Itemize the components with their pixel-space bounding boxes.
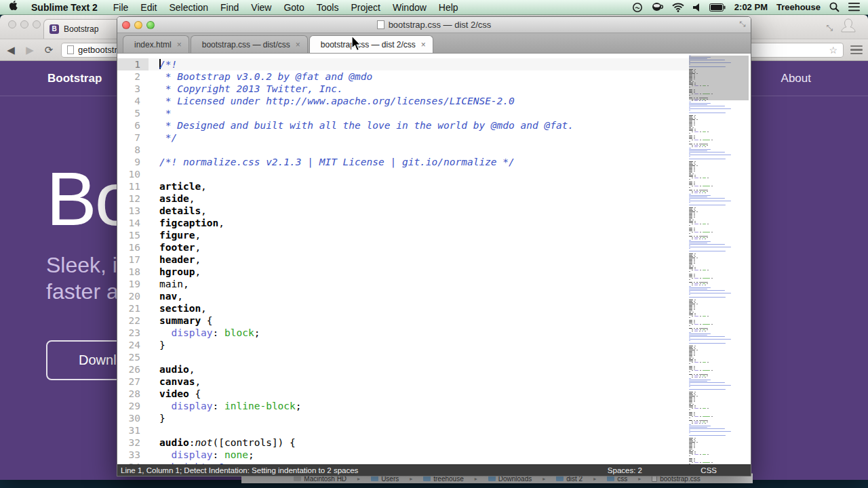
code-line-10[interactable]: 10 (117, 168, 689, 180)
code-line-2[interactable]: 2 * Bootstrap v3.0.2 by @fat and @mdo (117, 70, 689, 83)
minimap-line (689, 211, 749, 212)
sublime-titlebar[interactable]: bootstrap.css — dist 2/css ⤡ (117, 17, 751, 33)
minimap-line (689, 436, 749, 437)
volume-icon[interactable] (693, 3, 701, 12)
statusbar-indentation[interactable]: Spaces: 2 (608, 466, 642, 474)
code-token: : (213, 401, 224, 411)
bootstrap-brand-link[interactable]: Bootstrap (47, 72, 102, 85)
browser-profile-avatar[interactable] (838, 16, 859, 39)
menu-window[interactable]: Window (387, 2, 433, 13)
code-line-29[interactable]: 29 display: inline-block; (117, 400, 689, 412)
browser-zoom-button[interactable] (33, 20, 41, 28)
code-line-17[interactable]: 17header, (117, 253, 689, 266)
code-line-24[interactable]: 24} (117, 339, 689, 351)
browser-minimize-button[interactable] (20, 20, 28, 28)
code-line-26[interactable]: 26audio, (117, 363, 689, 375)
code-editor[interactable]: 1/*!2 * Bootstrap v3.0.2 by @fat and @md… (117, 54, 751, 464)
line-content: * Copyright 2013 Twitter, Inc. (159, 83, 343, 95)
code-line-7[interactable]: 7 */ (117, 131, 689, 144)
menubar-app-name[interactable]: Sublime Text 2 (26, 2, 103, 13)
code-line-30[interactable]: 30} (117, 412, 689, 424)
code-line-31[interactable]: 31 (117, 424, 689, 436)
sublime-minimize-button[interactable] (134, 21, 142, 29)
code-line-11[interactable]: 11article, (117, 180, 689, 192)
browser-tab-bootstrap[interactable]: B Bootstrap (43, 19, 123, 39)
minimap-line (689, 367, 749, 368)
editor-tab-2[interactable]: bootstrap.css — dist/css× (191, 35, 308, 53)
battery-icon[interactable] (709, 3, 726, 12)
code-line-16[interactable]: 16footer, (117, 241, 689, 253)
spotlight-search-icon[interactable] (829, 2, 840, 12)
code-line-13[interactable]: 13details, (117, 205, 689, 217)
code-line-9[interactable]: 9/*! normalize.css v2.1.3 | MIT License … (117, 156, 689, 168)
code-line-25[interactable]: 25 (117, 351, 689, 363)
menu-selection[interactable]: Selection (163, 2, 214, 13)
tab-close-icon[interactable]: × (177, 40, 182, 49)
minimap-line (689, 306, 749, 307)
forward-button[interactable]: ▶ (23, 44, 37, 56)
code-line-27[interactable]: 27canvas, (117, 375, 689, 388)
code-token: } (159, 340, 165, 350)
menu-project[interactable]: Project (344, 2, 387, 13)
back-button[interactable]: ◀ (4, 44, 18, 56)
reload-button[interactable]: ⟳ (42, 44, 56, 56)
editor-tab-3[interactable]: bootstrap.css — dist 2/css× (309, 35, 433, 53)
browser-close-button[interactable] (8, 20, 16, 28)
wifi-icon[interactable] (672, 3, 684, 12)
code-line-3[interactable]: 3 * Copyright 2013 Twitter, Inc. (117, 83, 689, 95)
minimap-line (689, 237, 749, 238)
nav-link-about[interactable]: About (781, 72, 811, 85)
code-line-20[interactable]: 20nav, (117, 290, 689, 302)
notification-center-icon[interactable] (848, 3, 860, 12)
code-line-12[interactable]: 12aside, (117, 192, 689, 205)
browser-resize-icon[interactable]: ⤡ (826, 23, 833, 33)
bookmark-star-icon[interactable]: ☆ (829, 45, 837, 56)
menu-help[interactable]: Help (433, 2, 465, 13)
code-line-32[interactable]: 32audio:not([controls]) { (117, 436, 689, 449)
menu-tools[interactable]: Tools (311, 2, 345, 13)
menu-goto[interactable]: Goto (277, 2, 310, 13)
apple-menu-icon[interactable] (9, 1, 19, 14)
tab-close-icon[interactable]: × (421, 40, 426, 49)
code-area[interactable]: 1/*!2 * Bootstrap v3.0.2 by @fat and @md… (117, 58, 689, 464)
minimap[interactable] (689, 56, 749, 464)
browser-menu-icon[interactable] (849, 45, 864, 55)
code-line-14[interactable]: 14figcaption, (117, 217, 689, 229)
menu-find[interactable]: Find (214, 2, 245, 13)
sublime-zoom-button[interactable] (146, 21, 155, 29)
code-line-22[interactable]: 22summary { (117, 314, 689, 327)
code-line-33[interactable]: 33 display: none; (117, 449, 689, 461)
menubar-account-name[interactable]: Treehouse (776, 2, 821, 12)
sublime-resize-icon[interactable]: ⤡ (739, 20, 745, 28)
creative-cloud-icon[interactable] (632, 2, 643, 13)
minimap-line (689, 321, 749, 322)
code-line-5[interactable]: 5 * (117, 107, 689, 119)
code-token (159, 449, 171, 460)
mouse-cursor (351, 36, 363, 55)
code-line-23[interactable]: 23 display: block; (117, 327, 689, 339)
line-content: details, (159, 205, 207, 217)
code-token: summary (159, 315, 201, 326)
menubar-clock[interactable]: 2:02 PM (734, 2, 768, 12)
code-line-1[interactable]: 1/*! (117, 58, 689, 70)
menu-file[interactable]: File (107, 2, 135, 13)
minimap-line (689, 251, 749, 251)
code-line-8[interactable]: 8 (117, 144, 689, 156)
code-line-28[interactable]: 28video { (117, 388, 689, 400)
minimap-viewport[interactable] (689, 56, 749, 100)
caffeine-cup-icon[interactable] (652, 2, 663, 12)
code-line-21[interactable]: 21section, (117, 302, 689, 314)
code-line-18[interactable]: 18hgroup, (117, 266, 689, 278)
code-line-15[interactable]: 15figure, (117, 229, 689, 241)
tab-close-icon[interactable]: × (296, 40, 300, 49)
minimap-line (689, 232, 749, 232)
code-line-6[interactable]: 6 * Designed and built with all the love… (117, 119, 689, 131)
code-line-19[interactable]: 19main, (117, 278, 689, 290)
statusbar-syntax[interactable]: CSS (701, 466, 717, 474)
code-line-4[interactable]: 4 * Licensed under http://www.apache.org… (117, 95, 689, 107)
minimap-line (689, 430, 749, 430)
menu-view[interactable]: View (245, 2, 277, 13)
sublime-close-button[interactable] (122, 21, 130, 29)
menu-edit[interactable]: Edit (134, 2, 163, 13)
editor-tab-1[interactable]: index.html× (123, 35, 189, 53)
